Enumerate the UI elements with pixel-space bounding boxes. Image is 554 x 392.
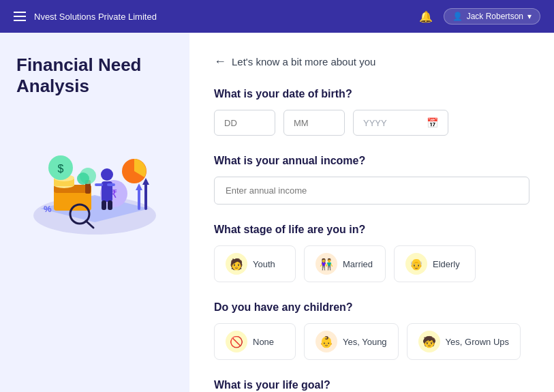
- youth-icon: 🧑: [226, 253, 247, 275]
- income-input[interactable]: [214, 177, 529, 205]
- app-title: Nvest Solutions Private Limited: [34, 12, 157, 22]
- sidebar-illustration: ₹ $: [20, 113, 170, 243]
- married-icon: 👫: [316, 253, 337, 275]
- year-input-wrapper[interactable]: YYYY 📅: [353, 110, 448, 136]
- svg-rect-24: [108, 200, 112, 210]
- dob-section: What is your date of birth? YYYY 📅: [214, 88, 529, 136]
- sidebar: Financial NeedAnalysis ₹ $: [0, 33, 189, 392]
- life-goal-section: What is your life goal? 🏦 Contingency 🏠 …: [214, 379, 529, 392]
- svg-rect-21: [95, 183, 103, 186]
- yes-young-label: Yes, Young: [343, 337, 387, 347]
- youth-label: Youth: [253, 259, 275, 269]
- yes-grown-label: Yes, Grown Ups: [446, 337, 509, 347]
- svg-rect-23: [102, 200, 106, 210]
- header-right: 🔔 👤 Jack Robertson ▾: [419, 8, 540, 25]
- header: Nvest Solutions Private Limited 🔔 👤 Jack…: [0, 0, 554, 33]
- children-section: Do you have any children? 🚫 None 👶 Yes, …: [214, 301, 529, 360]
- chevron-down-icon: ▾: [527, 12, 532, 21]
- married-label: Married: [343, 259, 373, 269]
- yes-grown-icon: 🧒: [418, 331, 440, 352]
- yes-young-icon: 👶: [316, 331, 337, 352]
- option-yes-young[interactable]: 👶 Yes, Young: [304, 323, 399, 360]
- user-menu-button[interactable]: 👤 Jack Robertson ▾: [444, 8, 540, 25]
- option-elderly[interactable]: 👴 Elderly: [394, 245, 476, 282]
- life-stage-options: 🧑 Youth 👫 Married 👴 Elderly: [214, 245, 529, 282]
- user-name: Jack Robertson: [467, 12, 523, 21]
- children-options: 🚫 None 👶 Yes, Young 🧒 Yes, Grown Ups: [214, 323, 529, 360]
- option-married[interactable]: 👫 Married: [304, 245, 386, 282]
- income-section: What is your annual income?: [214, 155, 529, 205]
- income-label: What is your annual income?: [214, 155, 529, 167]
- option-none[interactable]: 🚫 None: [214, 323, 296, 360]
- back-text: Let's know a bit more about you: [232, 56, 375, 67]
- hamburger-menu[interactable]: [14, 12, 26, 21]
- back-arrow-icon: ←: [214, 55, 226, 69]
- calendar-icon[interactable]: 📅: [427, 117, 438, 128]
- header-left: Nvest Solutions Private Limited: [14, 12, 157, 22]
- bell-icon[interactable]: 🔔: [419, 10, 433, 23]
- svg-marker-14: [136, 183, 142, 190]
- elderly-label: Elderly: [433, 259, 460, 269]
- month-input[interactable]: [283, 110, 345, 136]
- elderly-icon: 👴: [405, 253, 427, 275]
- svg-text:%: %: [44, 204, 52, 214]
- svg-point-18: [77, 172, 89, 185]
- back-navigation[interactable]: ← Let's know a bit more about you: [214, 55, 529, 69]
- svg-rect-22: [107, 183, 115, 186]
- option-yes-grown[interactable]: 🧒 Yes, Grown Ups: [407, 323, 521, 360]
- none-icon: 🚫: [226, 331, 247, 352]
- main-layout: Financial NeedAnalysis ₹ $: [0, 33, 554, 392]
- life-goal-label: What is your life goal?: [214, 379, 529, 391]
- sidebar-title: Financial NeedAnalysis: [16, 55, 173, 97]
- content-area: ← Let's know a bit more about you What i…: [189, 33, 554, 392]
- life-stage-label: What stage of life are you in?: [214, 224, 529, 236]
- date-row: YYYY 📅: [214, 110, 529, 136]
- life-stage-section: What stage of life are you in? 🧑 Youth 👫…: [214, 224, 529, 282]
- dob-label: What is your date of birth?: [214, 88, 529, 100]
- year-placeholder: YYYY: [363, 118, 387, 128]
- children-label: Do you have any children?: [214, 301, 529, 314]
- svg-text:$: $: [58, 163, 64, 175]
- none-label: None: [253, 337, 274, 347]
- day-input[interactable]: [214, 110, 275, 136]
- user-icon: 👤: [452, 12, 463, 21]
- option-youth[interactable]: 🧑 Youth: [214, 245, 296, 282]
- svg-point-19: [101, 168, 113, 181]
